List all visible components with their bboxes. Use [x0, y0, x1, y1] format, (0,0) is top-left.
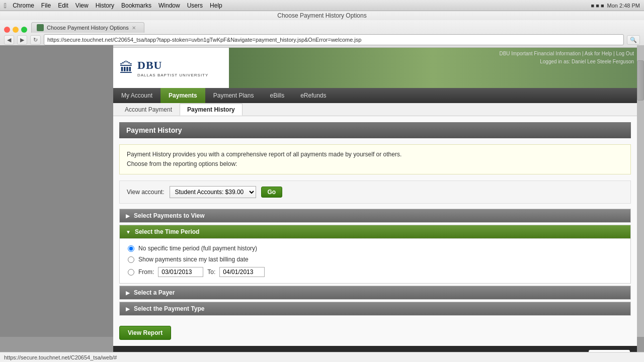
subnav-payment-history[interactable]: Payment History	[180, 104, 243, 116]
menu-bookmarks[interactable]: Bookmarks	[121, 2, 151, 9]
date-range-row: From: To:	[128, 267, 622, 277]
accordion-payments-to-view: ▶ Select Payments to View	[119, 209, 631, 223]
traffic-lights[interactable]	[4, 27, 27, 33]
forward-button[interactable]: ▶	[17, 35, 27, 45]
tab-close-icon[interactable]: ✕	[132, 25, 136, 31]
os-status-area: ■ ■ ■ Mon 2:48 PM	[591, 3, 640, 9]
menu-users[interactable]: Users	[187, 2, 203, 9]
dbu-financial-info-link[interactable]: DBU Important Financial Information | As…	[499, 51, 634, 56]
dbu-building-icon: 🏛	[119, 60, 133, 76]
menu-chrome[interactable]: Chrome	[13, 2, 34, 9]
accordion-toggle-time: ▼	[126, 229, 131, 235]
from-date-input[interactable]	[158, 267, 203, 277]
nav-my-account[interactable]: My Account	[113, 88, 160, 103]
view-report-button[interactable]: View Report	[119, 326, 171, 340]
menu-help[interactable]: Help	[210, 2, 222, 9]
to-date-input[interactable]	[219, 267, 265, 277]
radio-since-billing[interactable]	[128, 256, 134, 263]
dbu-banner-links: DBU Important Financial Information | As…	[499, 50, 634, 66]
dbu-subtitle: DALLAS BAPTIST UNIVERSITY	[137, 73, 208, 77]
back-button[interactable]: ◀	[4, 35, 14, 45]
address-bar[interactable]	[44, 34, 624, 45]
maximize-button[interactable]	[21, 27, 27, 33]
go-button[interactable]: Go	[261, 187, 283, 198]
radio-date-range[interactable]	[128, 269, 134, 276]
accordion-header-payment-type[interactable]: ▶ Select the Payment Type	[120, 302, 630, 315]
info-box: Payment History provides you with a comp…	[119, 144, 631, 174]
nav-ebills[interactable]: eBills	[262, 88, 292, 103]
dbu-banner: DBU Important Financial Information | As…	[229, 48, 637, 88]
accordion-header-payments-to-view[interactable]: ▶ Select Payments to View	[120, 209, 630, 222]
radio-since-billing-label: Show payments since my last billing date	[138, 256, 249, 263]
page-content: Payment History Payment History provides…	[113, 116, 637, 346]
dbu-header: 🏛 DBU DALLAS BAPTIST UNIVERSITY DBU Impo…	[113, 48, 637, 88]
info-text-2: Choose from the reporting options below:	[127, 160, 237, 167]
dbu-logged-in-label: Logged in as: Daniel Lee Steele Ferguson	[540, 59, 634, 64]
accordion-label-payment-type: Select the Payment Type	[134, 305, 205, 312]
view-account-row: View account: Student Accounts: $39.00 G…	[119, 180, 631, 204]
chrome-toolbar: Choose Payment History Options ✕ ◀ ▶ ↻ 🔍	[0, 20, 644, 48]
dbu-logo-text-block: DBU DALLAS BAPTIST UNIVERSITY	[137, 59, 208, 77]
window-title-bar: Choose Payment History Options	[0, 11, 644, 20]
account-select[interactable]: Student Accounts: $39.00	[170, 186, 256, 198]
accordion-header-time-period[interactable]: ▼ Select the Time Period	[120, 225, 630, 238]
minimize-button[interactable]	[13, 27, 19, 33]
accordion-label-payer: Select a Payer	[134, 289, 175, 296]
accordion-body-time-period: No specific time period (full payment hi…	[120, 238, 630, 283]
accordion-select-payer: ▶ Select a Payer	[119, 286, 631, 300]
main-content-area: 🏛 DBU DALLAS BAPTIST UNIVERSITY DBU Impo…	[113, 48, 637, 362]
tab-favicon	[37, 24, 44, 31]
search-button[interactable]: 🔍	[627, 35, 640, 45]
accordion-time-period: ▼ Select the Time Period No specific tim…	[119, 225, 631, 284]
radio-option-since-billing: Show payments since my last billing date	[128, 256, 622, 263]
accordion-toggle-payment-type: ▶	[126, 306, 130, 312]
radio-full-history-label: No specific time period (full payment hi…	[138, 245, 257, 252]
radio-option-full-history: No specific time period (full payment hi…	[128, 245, 622, 252]
accordion-payment-type: ▶ Select the Payment Type	[119, 302, 631, 316]
battery-status: ■ ■ ■	[591, 3, 604, 9]
accordion-toggle-payer: ▶	[126, 290, 130, 296]
apple-icon: 	[4, 2, 7, 10]
nav-payment-plans[interactable]: Payment Plans	[205, 88, 262, 103]
nav-erefunds[interactable]: eRefunds	[292, 88, 334, 103]
accordion-label-time: Select the Time Period	[135, 228, 200, 235]
menu-view[interactable]: View	[75, 2, 89, 9]
clock: Mon 2:48 PM	[607, 3, 640, 9]
view-account-label: View account:	[127, 189, 165, 196]
status-bar: https://secure.touchnet.net/C20654_tsa/w…	[0, 352, 644, 362]
menu-window[interactable]: Window	[158, 2, 180, 9]
tab-title: Choose Payment History Options	[47, 25, 129, 31]
page-title: Payment History	[119, 122, 631, 138]
dbu-logo: DBU	[137, 59, 162, 71]
scrollbar-thumb[interactable]	[637, 60, 644, 101]
status-url: https://secure.touchnet.net/C20654_tsa/w…	[4, 354, 117, 360]
refresh-button[interactable]: ↻	[30, 35, 41, 45]
browser-tab[interactable]: Choose Payment History Options ✕	[31, 22, 144, 33]
window-title-text: Choose Payment History Options	[277, 12, 366, 19]
scrollbar-area	[637, 45, 644, 337]
tab-bar: Choose Payment History Options ✕	[4, 22, 640, 33]
to-label: To:	[207, 268, 215, 276]
nav-bar: ◀ ▶ ↻ 🔍	[4, 34, 640, 45]
dbu-logo-area: 🏛 DBU DALLAS BAPTIST UNIVERSITY	[113, 48, 229, 88]
os-menubar:  Chrome File Edit View History Bookmark…	[0, 0, 644, 11]
menu-file[interactable]: File	[41, 2, 51, 9]
accordion-toggle-payments: ▶	[126, 213, 130, 219]
sidebar-left	[0, 45, 113, 337]
from-label: From:	[138, 268, 154, 276]
radio-full-history[interactable]	[128, 245, 134, 252]
main-navigation: My Account Payments Payment Plans eBills…	[113, 88, 637, 103]
view-report-container: View Report	[119, 321, 631, 340]
accordion-label-payments: Select Payments to View	[134, 212, 205, 219]
os-menu[interactable]: Chrome File Edit View History Bookmarks …	[13, 2, 222, 9]
menu-edit[interactable]: Edit	[58, 2, 68, 9]
menu-history[interactable]: History	[96, 2, 114, 9]
info-text-1: Payment History provides you with a comp…	[127, 151, 401, 158]
accordion-header-payer[interactable]: ▶ Select a Payer	[120, 286, 630, 299]
nav-payments[interactable]: Payments	[160, 88, 205, 103]
sub-navigation: Account Payment Payment History	[113, 103, 637, 116]
os-menu-items:  Chrome File Edit View History Bookmark…	[4, 2, 222, 10]
subnav-account-payment[interactable]: Account Payment	[117, 104, 180, 116]
close-button[interactable]	[4, 27, 10, 33]
